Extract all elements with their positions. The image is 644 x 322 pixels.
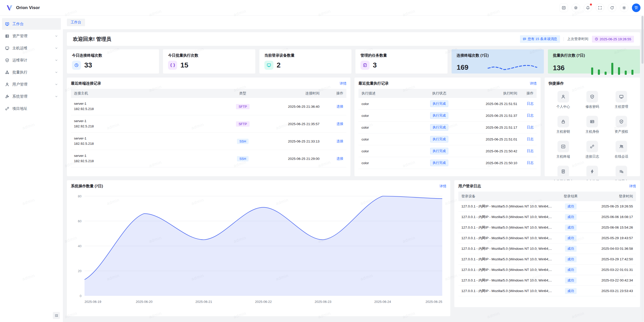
connect-time: 2025-06-25 21:29:00	[257, 157, 319, 161]
unread-messages-chip[interactable]: 您有 15 条未读消息	[520, 35, 560, 43]
quick-action-change-password[interactable]: 修改密码	[578, 91, 607, 109]
status-badge: 执行完成	[430, 136, 448, 142]
chevron-down-icon	[55, 59, 58, 62]
exec-time: 2025-06-25 21:51:17	[458, 126, 517, 129]
sidebar-item-audit[interactable]: 运维审计	[2, 54, 61, 66]
panel-title: 最近批量执行记录	[358, 81, 389, 86]
quick-action-asset-authorization[interactable]: 资产授权	[607, 116, 636, 134]
shield-check-icon	[616, 116, 627, 127]
monitor-icon	[264, 61, 273, 70]
notifications-button[interactable]	[584, 4, 592, 12]
svg-text:20: 20	[78, 269, 82, 273]
sidebar-item-host-ops[interactable]: 主机运维	[2, 42, 61, 54]
stat-value: 33	[84, 61, 92, 69]
svg-text:0: 0	[80, 294, 82, 298]
connections-detail-link[interactable]: 详情	[340, 81, 346, 86]
quick-action-host-terminal[interactable]: 主机终端	[549, 141, 578, 159]
login-device: 127.0.0.1 - 内网IP - Mozilla/5.0 (Windows …	[461, 257, 557, 262]
executions-detail-link[interactable]: 详情	[530, 81, 537, 86]
stat-card-tasks: 管理的任务数量 3	[355, 49, 448, 74]
quick-action-label: 主机管理	[607, 104, 636, 109]
monitor-icon	[616, 91, 627, 102]
code-button[interactable]	[559, 4, 568, 12]
sidebar-item-workbench[interactable]: 工作台	[2, 18, 61, 30]
quick-action-online-sessions[interactable]: 在线会话	[607, 141, 636, 159]
connect-link[interactable]: 连接	[337, 104, 343, 108]
sidebar: 工作台 资产管理 主机运维 运维审计 批量执行 用户管理 系统管理 项目地址	[0, 16, 63, 322]
table-row: server-1182.92.5.218 SSH 2025-06-25 21:2…	[71, 150, 346, 167]
sidebar-item-system[interactable]: 系统管理	[2, 91, 61, 102]
search-list-icon	[616, 166, 627, 177]
user-avatar[interactable]: 管	[632, 4, 640, 12]
login-time: 2025-04-03 01:36:58	[584, 247, 633, 251]
sidebar-item-users[interactable]: 用户管理	[2, 79, 61, 90]
log-link[interactable]: 日志	[527, 125, 534, 129]
stat-title: 今日连接终端次数	[72, 53, 154, 58]
stat-value: 2	[277, 61, 281, 69]
login-time: 2025-03-21 23:53:43	[584, 289, 633, 293]
status-badge: 执行完成	[430, 124, 448, 131]
assets-icon	[5, 34, 9, 38]
notification-badge-dot	[590, 4, 592, 6]
quick-action-host-keys[interactable]: 主机密钥	[549, 116, 578, 134]
log-link[interactable]: 日志	[527, 114, 534, 117]
sidebar-item-project-link[interactable]: 项目地址	[2, 103, 61, 114]
quick-action-label: 连接日志	[578, 154, 607, 159]
result-badge: 成功	[565, 214, 577, 220]
refresh-button[interactable]	[608, 4, 616, 12]
header-actions: 管	[559, 4, 640, 12]
system-operations-panel: 系统操作数量 (7日) 详情 0204060802025-06-192025-0…	[67, 180, 450, 316]
connect-link[interactable]: 连接	[337, 157, 343, 160]
settings-button[interactable]	[620, 4, 628, 12]
app-title: Orion Visor	[16, 5, 40, 10]
quick-action-host-management[interactable]: 主机管理	[607, 91, 636, 109]
exec-time: 2025-06-25 21:51:01	[458, 137, 517, 141]
collapse-sidebar-button[interactable]	[53, 312, 60, 319]
chart-detail-link[interactable]: 详情	[439, 184, 446, 189]
sidebar-item-label: 工作台	[12, 22, 24, 26]
quick-action-host-identity[interactable]: 主机身份	[578, 116, 607, 134]
stat-title: 当前登录设备数量	[264, 53, 346, 58]
result-badge: 成功	[565, 267, 577, 273]
theme-toggle-button[interactable]	[572, 4, 580, 12]
login-time: 2025-03-22 00:42:34	[584, 278, 633, 282]
type-badge: SSH	[237, 139, 249, 144]
log-link[interactable]: 日志	[527, 161, 534, 165]
result-badge: 成功	[565, 235, 577, 241]
chevron-down-icon	[55, 34, 58, 38]
login-time: 2025-03-29 17:42:50	[584, 257, 633, 261]
connect-link[interactable]: 连接	[337, 139, 343, 143]
stat-value: 3	[373, 61, 377, 69]
sidebar-item-batch-exec[interactable]: 批量执行	[2, 66, 61, 78]
status-badge: 执行完成	[430, 160, 448, 166]
log-link[interactable]: 日志	[527, 137, 534, 141]
stat-title: 今日批量执行次数	[168, 53, 250, 58]
scrollbar-thumb[interactable]	[641, 16, 643, 64]
wrench-icon	[5, 94, 9, 99]
last-login-time-chip: 2025-06-25 19:26:55	[592, 36, 634, 43]
fullscreen-button[interactable]	[596, 4, 604, 12]
code-terminal-icon	[557, 141, 569, 152]
log-link[interactable]: 日志	[527, 102, 534, 105]
workbench-icon	[5, 22, 9, 26]
stat-card-batch-today: 今日批量执行次数 { } 15	[163, 49, 255, 74]
log-link[interactable]: 日志	[527, 149, 534, 153]
sidebar-item-assets[interactable]: 资产管理	[2, 30, 61, 42]
quick-action-connection-logs[interactable]: 连接日志	[578, 141, 607, 159]
stat-card-terminal-today: 今日连接终端次数 33	[67, 49, 159, 74]
host-name: server-1	[74, 119, 229, 124]
exec-time: 2025-06-25 21:50:42	[458, 149, 517, 153]
table-header: 登录设备 登录结果 登录时间	[458, 192, 636, 201]
quick-action-label: 个人中心	[549, 104, 578, 109]
connect-link[interactable]: 连接	[337, 122, 343, 126]
quick-actions-panel: 快捷操作 个人中心 修改密码 主机管理	[545, 78, 640, 176]
result-badge: 成功	[565, 288, 577, 294]
login-logs-detail-link[interactable]: 详情	[629, 184, 636, 189]
login-logs-panel: 用户登录日志 详情 登录设备 登录结果 登录时间 127.0.0.1 - 内网I…	[454, 180, 640, 307]
users-icon	[616, 141, 627, 152]
chevron-down-icon	[55, 95, 58, 98]
quick-action-personal-center[interactable]: 个人中心	[549, 91, 578, 109]
breadcrumb-item-workbench[interactable]: 工作台	[67, 19, 85, 26]
login-device: 127.0.0.1 - 内网IP - Mozilla/5.0 (Windows …	[461, 278, 557, 283]
clock-icon	[72, 61, 81, 70]
